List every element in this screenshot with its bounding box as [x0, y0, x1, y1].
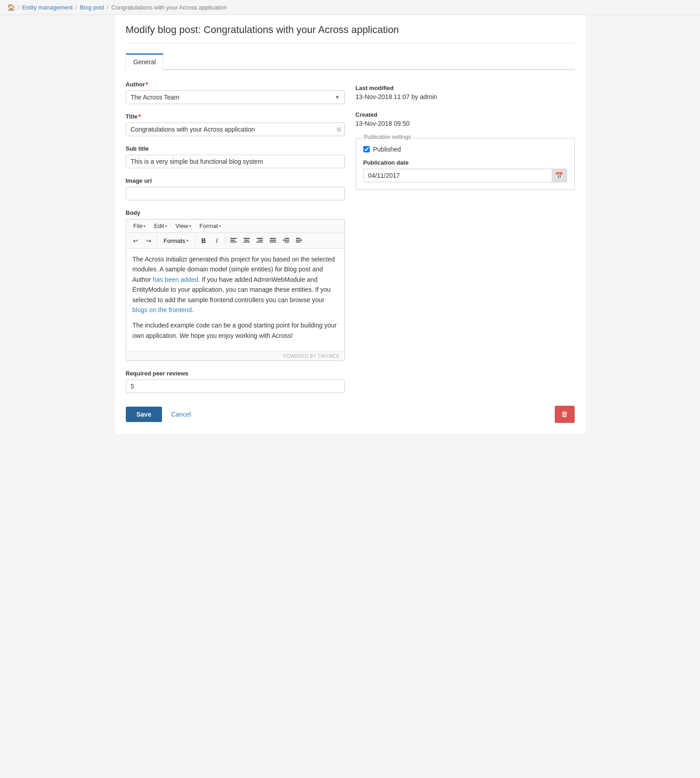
title-input[interactable] [126, 123, 345, 136]
editor-menu-format[interactable]: Format ▾ [196, 221, 225, 231]
editor-menu-edit[interactable]: Edit ▾ [150, 221, 171, 231]
created-section: Created 13-Nov-2018 09:50 [356, 111, 575, 127]
editor-menu-view[interactable]: View ▾ [172, 221, 195, 231]
italic-button[interactable]: I [211, 235, 223, 247]
toolbar-sep-2 [195, 236, 195, 246]
publication-settings: Publication settings Published Publicati… [356, 138, 575, 190]
subtitle-field: Sub title [126, 145, 345, 168]
editor-content[interactable]: The Across Initializr generated this pro… [126, 249, 344, 351]
svg-rect-4 [243, 238, 250, 239]
svg-rect-13 [270, 240, 276, 241]
translate-icon: ⊞ [337, 126, 341, 133]
pub-date-field: Publication date 📅 [363, 159, 567, 182]
pub-date-label: Publication date [363, 159, 567, 166]
align-center-button[interactable] [241, 235, 252, 247]
pub-date-input[interactable] [363, 169, 567, 182]
actions-left: Save Cancel [126, 407, 195, 422]
peer-reviews-field: Required peer reviews [126, 370, 345, 393]
breadcrumb-blog-post[interactable]: Blog post [80, 4, 104, 11]
body-label: Body [126, 209, 345, 216]
author-label: Author* [126, 81, 345, 88]
peer-reviews-input[interactable] [126, 380, 345, 393]
subtitle-label: Sub title [126, 145, 345, 152]
svg-rect-18 [285, 242, 289, 242]
justify-button[interactable] [267, 235, 279, 247]
publication-legend: Publication settings [362, 134, 414, 140]
calendar-icon[interactable]: 📅 [552, 169, 567, 182]
published-row: Published [363, 146, 567, 153]
title-field: Title* ⊞ [126, 113, 345, 136]
svg-rect-10 [257, 242, 263, 242]
svg-rect-20 [296, 238, 300, 239]
bold-button[interactable]: B [198, 235, 210, 247]
toolbar-sep-3 [225, 236, 225, 246]
published-checkbox[interactable] [363, 146, 370, 152]
align-right-button[interactable] [254, 235, 266, 247]
cancel-button[interactable]: Cancel [167, 407, 195, 422]
home-icon[interactable]: 🏠 [7, 4, 15, 11]
page-title: Modify blog post: Congratulations with y… [126, 24, 575, 43]
last-modified-section: Last modified 13-Nov-2018 11:07 by admin [356, 85, 575, 100]
breadcrumb-entity-management[interactable]: Entity management [22, 4, 73, 11]
created-label: Created [356, 111, 575, 118]
author-select[interactable]: The Across Team [126, 90, 345, 104]
author-select-wrapper: The Across Team ▼ [126, 90, 345, 104]
breadcrumb-current: Congratulations with your Across applica… [111, 4, 227, 11]
delete-button[interactable]: 🗑 [555, 406, 575, 423]
indent-right-button[interactable] [293, 235, 305, 247]
breadcrumb: 🏠 / Entity management / Blog post / Cong… [0, 0, 700, 15]
svg-rect-2 [230, 242, 237, 242]
form-actions: Save Cancel 🗑 [126, 406, 575, 423]
image-url-input[interactable] [126, 187, 345, 200]
svg-rect-21 [296, 240, 300, 241]
editor-toolbar: ↩ ↪ Formats ▾ B I [126, 233, 344, 249]
title-label: Title* [126, 113, 345, 120]
save-button[interactable]: Save [126, 407, 162, 422]
last-modified-label: Last modified [356, 85, 575, 91]
toolbar-sep-1 [157, 236, 157, 246]
created-value: 13-Nov-2018 09:50 [356, 120, 575, 127]
svg-rect-8 [257, 238, 263, 239]
svg-rect-12 [270, 238, 276, 239]
svg-rect-1 [230, 240, 235, 241]
editor-menu-file[interactable]: File ▾ [130, 221, 150, 231]
svg-rect-9 [258, 240, 263, 241]
pub-date-wrapper: 📅 [363, 169, 567, 182]
svg-rect-17 [285, 240, 289, 241]
svg-rect-16 [285, 238, 289, 239]
body-editor: File ▾ Edit ▾ View ▾ Format ▾ [126, 219, 345, 361]
body-field: Body File ▾ Edit ▾ View ▾ [126, 209, 345, 361]
svg-marker-19 [283, 239, 284, 242]
svg-rect-22 [296, 242, 300, 242]
trash-icon: 🗑 [561, 410, 568, 418]
undo-button[interactable]: ↩ [130, 235, 142, 247]
svg-rect-6 [243, 242, 250, 242]
indent-left-button[interactable] [280, 235, 292, 247]
align-left-button[interactable] [228, 235, 239, 247]
svg-rect-0 [230, 238, 237, 239]
author-field: Author* The Across Team ▼ [126, 81, 345, 104]
tab-general[interactable]: General [126, 53, 164, 70]
published-label[interactable]: Published [373, 146, 401, 153]
redo-button[interactable]: ↪ [143, 235, 155, 247]
subtitle-input[interactable] [126, 155, 345, 168]
last-modified-value: 13-Nov-2018 11:07 by admin [356, 93, 575, 100]
tabs: General [126, 52, 575, 70]
peer-reviews-label: Required peer reviews [126, 370, 345, 377]
image-url-label: Image url [126, 177, 345, 184]
formats-dropdown[interactable]: Formats ▾ [160, 235, 193, 247]
image-url-field: Image url [126, 177, 345, 200]
svg-rect-5 [244, 240, 249, 241]
svg-marker-23 [301, 239, 302, 242]
svg-rect-14 [270, 242, 276, 242]
editor-footer: POWERED BY TINYMCE [126, 351, 344, 361]
title-input-wrapper: ⊞ [126, 123, 345, 136]
editor-menubar: File ▾ Edit ▾ View ▾ Format ▾ [126, 219, 344, 233]
